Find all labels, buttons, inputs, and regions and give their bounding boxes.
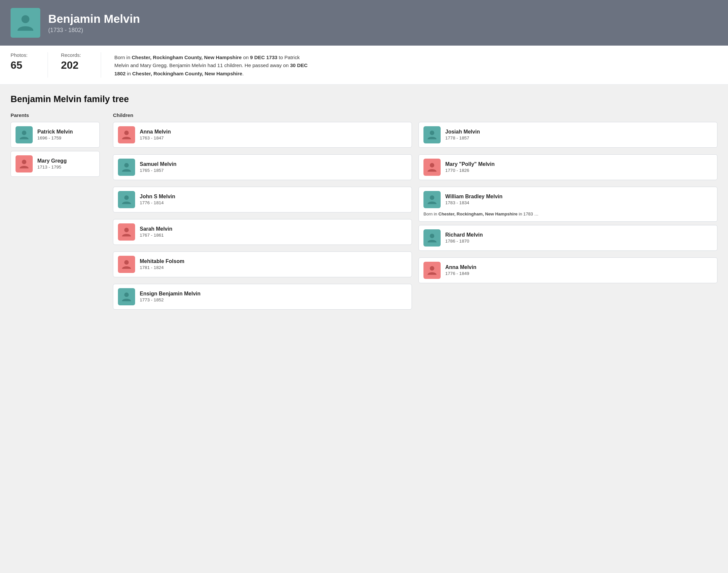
photos-label: Photos: (11, 52, 28, 58)
name-samuel: Samuel Melvin (140, 161, 176, 167)
info-mehitable: Mehitable Folsom 1781 - 1824 (140, 258, 184, 270)
child-anna-melvin-1763[interactable]: Anna Melvin 1763 - 1847 (113, 122, 412, 148)
child-ensign-benjamin-melvin[interactable]: Ensign Benjamin Melvin 1773 - 1852 (113, 284, 412, 310)
dates-anna-1763: 1763 - 1847 (140, 136, 171, 141)
svg-point-11 (430, 195, 434, 200)
page-header: Benjamin Melvin (1733 - 1802) (0, 0, 728, 46)
william-top-row: William Bradley Melvin 1783 - 1834 (424, 191, 713, 208)
avatar-josiah (424, 126, 441, 143)
person-info-patrick: Patrick Melvin 1696 - 1759 (37, 129, 73, 141)
dates-samuel: 1765 - 1857 (140, 168, 176, 173)
records-label: Records: (61, 52, 81, 58)
dates-william: 1783 - 1834 (445, 200, 502, 205)
info-richard: Richard Melvin 1786 - 1870 (445, 232, 483, 244)
child-john-s-melvin[interactable]: John S Melvin 1776 - 1814 (113, 187, 412, 212)
family-grid: Parents Patrick Melvin 1696 - 1759 (11, 112, 717, 310)
svg-point-2 (22, 160, 26, 164)
avatar-william (424, 191, 441, 208)
svg-point-5 (124, 195, 129, 200)
dates-josiah: 1778 - 1857 (445, 136, 480, 141)
children-col-2: Josiah Melvin 1778 - 1857 Mary "P (418, 122, 717, 310)
avatar-mary-polly (424, 159, 441, 176)
photos-section: Photos: 65 (11, 52, 28, 71)
svg-point-3 (124, 131, 129, 135)
name-anna-1763: Anna Melvin (140, 129, 171, 135)
avatar-sarah (118, 223, 135, 241)
avatar-samuel (118, 159, 135, 176)
svg-point-9 (430, 131, 434, 135)
parent-mary-gregg[interactable]: Mary Gregg 1713 - 1795 (11, 151, 100, 177)
dates-mary-polly: 1770 - 1826 (445, 168, 495, 173)
header-text: Benjamin Melvin (1733 - 1802) (48, 12, 140, 34)
dates-richard: 1786 - 1870 (445, 239, 483, 244)
records-value: 202 (61, 59, 81, 71)
avatar-anna-1763 (118, 126, 135, 143)
name-sarah: Sarah Melvin (140, 226, 172, 232)
avatar-mehitable (118, 256, 135, 273)
info-anna-1776: Anna Melvin 1776 - 1849 (445, 264, 476, 276)
person-name: Benjamin Melvin (48, 12, 140, 25)
person-dates-patrick: 1696 - 1759 (37, 136, 73, 141)
svg-point-10 (430, 163, 434, 167)
info-mary-polly: Mary "Polly" Melvin 1770 - 1826 (445, 161, 495, 173)
child-william-bradley-melvin[interactable]: William Bradley Melvin 1783 - 1834 Born … (418, 187, 717, 222)
svg-point-1 (22, 131, 26, 135)
child-sarah-melvin[interactable]: Sarah Melvin 1767 - 1861 (113, 219, 412, 245)
info-john: John S Melvin 1776 - 1814 (140, 194, 175, 205)
svg-point-4 (124, 163, 129, 167)
bio-text: Born in Chester, Rockingham County, New … (114, 52, 313, 77)
dates-sarah: 1767 - 1861 (140, 232, 172, 238)
stats-divider (48, 52, 48, 77)
child-josiah-melvin[interactable]: Josiah Melvin 1778 - 1857 (418, 122, 717, 148)
child-mehitable-folsom[interactable]: Mehitable Folsom 1781 - 1824 (113, 252, 412, 277)
name-anna-1776: Anna Melvin (445, 264, 476, 270)
avatar-ensign (118, 288, 135, 305)
person-name-patrick: Patrick Melvin (37, 129, 73, 135)
parent-patrick-melvin[interactable]: Patrick Melvin 1696 - 1759 (11, 122, 100, 148)
photos-value: 65 (11, 59, 28, 71)
person-years: (1733 - 1802) (48, 27, 140, 34)
children-label: Children (113, 112, 717, 118)
avatar-richard (424, 229, 441, 247)
info-samuel: Samuel Melvin 1765 - 1857 (140, 161, 176, 173)
avatar-anna-1776 (424, 262, 441, 279)
name-mary-polly: Mary "Polly" Melvin (445, 161, 495, 167)
parents-cards: Patrick Melvin 1696 - 1759 Mary Gregg 17… (11, 122, 100, 177)
info-josiah: Josiah Melvin 1778 - 1857 (445, 129, 480, 141)
child-samuel-melvin[interactable]: Samuel Melvin 1765 - 1857 (113, 154, 412, 180)
person-info-mary: Mary Gregg 1713 - 1795 (37, 158, 67, 169)
name-ensign: Ensign Benjamin Melvin (140, 291, 201, 297)
svg-point-7 (124, 260, 129, 265)
name-william: William Bradley Melvin (445, 194, 502, 200)
william-bio-snippet: Born in Chester, Rockingham, New Hampshi… (424, 211, 713, 217)
dates-john: 1776 - 1814 (140, 200, 175, 205)
family-tree-title: Benjamin Melvin family tree (11, 94, 717, 104)
child-anna-melvin-1776[interactable]: Anna Melvin 1776 - 1849 (418, 257, 717, 283)
child-mary-polly-melvin[interactable]: Mary "Polly" Melvin 1770 - 1826 (418, 154, 717, 180)
svg-point-8 (124, 293, 129, 297)
children-grid: Anna Melvin 1763 - 1847 Samuel Me (113, 122, 717, 310)
info-ensign: Ensign Benjamin Melvin 1773 - 1852 (140, 291, 201, 302)
children-col-1: Anna Melvin 1763 - 1847 Samuel Me (113, 122, 412, 310)
avatar (11, 8, 40, 38)
child-richard-melvin[interactable]: Richard Melvin 1786 - 1870 (418, 225, 717, 251)
name-josiah: Josiah Melvin (445, 129, 480, 135)
svg-point-12 (430, 233, 434, 238)
dates-anna-1776: 1776 - 1849 (445, 271, 476, 276)
children-section: Children Anna Melvin 1763 - 184 (113, 112, 717, 310)
person-name-mary: Mary Gregg (37, 158, 67, 164)
svg-point-13 (430, 266, 434, 271)
info-sarah: Sarah Melvin 1767 - 1861 (140, 226, 172, 238)
dates-ensign: 1773 - 1852 (140, 298, 201, 302)
name-mehitable: Mehitable Folsom (140, 258, 184, 264)
stats-divider-2 (101, 52, 101, 77)
avatar-patrick (15, 126, 33, 143)
avatar-mary (15, 155, 33, 172)
stats-bar: Photos: 65 Records: 202 Born in Chester,… (0, 46, 728, 85)
family-tree-section: Benjamin Melvin family tree Parents Patr… (0, 85, 728, 323)
person-dates-mary: 1713 - 1795 (37, 165, 67, 169)
parents-label: Parents (11, 112, 100, 118)
dates-mehitable: 1781 - 1824 (140, 265, 184, 270)
records-section: Records: 202 (61, 52, 81, 71)
info-william: William Bradley Melvin 1783 - 1834 (445, 194, 502, 205)
